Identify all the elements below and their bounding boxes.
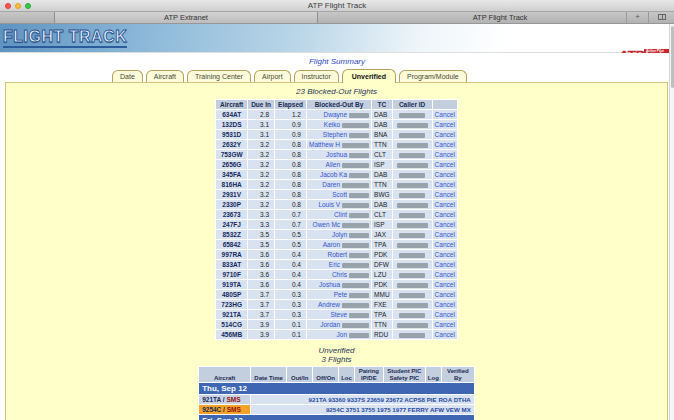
browser-tab-flight-track[interactable]: ATP Flight Track (360, 12, 640, 23)
app-banner: FLIGHT TRACK ✈ Date... ▲▼ Aircraft... ▲▼… (0, 24, 674, 53)
cancel-link[interactable]: Cancel (435, 131, 455, 138)
cancel-link[interactable]: Cancel (435, 111, 455, 118)
blocked-by-link[interactable]: Jolyn (332, 231, 347, 238)
training-center-code: DAB (372, 170, 393, 180)
redaction-blur (397, 303, 428, 308)
training-center-code: DAB (372, 200, 393, 210)
tab-instructor[interactable]: Instructor (294, 70, 339, 82)
redaction-blur (349, 153, 369, 158)
cancel-link[interactable]: Cancel (435, 261, 455, 268)
day-band-label: Fri, Sep 13 (199, 415, 475, 420)
browser-window: ATP Flight Track ATP Extranet ATP Flight… (0, 0, 674, 420)
tab-airport[interactable]: Airport (254, 70, 291, 82)
cancel-link[interactable]: Cancel (435, 121, 455, 128)
scrollbar[interactable] (669, 24, 674, 420)
cancel-link[interactable]: Cancel (435, 331, 455, 338)
tab-grid-icon (658, 14, 666, 20)
tab-aircraft[interactable]: Aircraft (146, 70, 184, 82)
elapsed-value: 0.8 (275, 140, 307, 150)
flight-aircraft-cell[interactable]: 9254C / SMS (199, 405, 251, 415)
blocked-by-link[interactable]: Jacob Ka (320, 171, 347, 178)
blocked-by-link[interactable]: Clint (334, 211, 347, 218)
redaction-blur (397, 243, 428, 248)
blocked-out-by-cell: Jacob Ka (306, 170, 371, 180)
caller-id-cell (392, 270, 432, 280)
redaction-blur (399, 153, 425, 158)
zoom-window-icon[interactable] (25, 3, 31, 9)
blocked-row: 2330P3.20.8Louis VDABCancel (216, 200, 458, 210)
blocked-by-link[interactable]: Robert (328, 251, 348, 258)
blocked-by-link[interactable]: Pete (334, 291, 347, 298)
aircraft-tail: 833AT (216, 260, 248, 270)
cancel-link[interactable]: Cancel (435, 211, 455, 218)
caller-id-cell (392, 120, 432, 130)
tab-overview-button[interactable] (648, 12, 674, 23)
blocked-by-link[interactable]: Stephen (323, 131, 347, 138)
section-tabs: DateAircraftTraining CenterAirportInstru… (0, 67, 674, 82)
unverified-column-header: Verified By (441, 367, 474, 383)
blocked-by-link[interactable]: Daren (322, 181, 340, 188)
cancel-link[interactable]: Cancel (435, 221, 455, 228)
cancel-link[interactable]: Cancel (435, 251, 455, 258)
training-center-code: ISP (372, 220, 393, 230)
minimize-window-icon[interactable] (15, 3, 21, 9)
blocked-by-link[interactable]: Eric (329, 261, 340, 268)
blocked-by-link[interactable]: Owen Mc (313, 221, 340, 228)
blocked-by-link[interactable]: Jon (337, 331, 347, 338)
cancel-link[interactable]: Cancel (435, 141, 455, 148)
caller-id-cell (392, 300, 432, 310)
tab-program-module[interactable]: Program/Module (399, 70, 467, 82)
cancel-link[interactable]: Cancel (435, 291, 455, 298)
blocked-out-by-cell: Louis V (306, 200, 371, 210)
window-title: ATP Flight Track (0, 0, 674, 12)
blocked-out-by-cell: Allen (306, 160, 371, 170)
blocked-by-link[interactable]: Andrew (318, 301, 340, 308)
cancel-link[interactable]: Cancel (435, 191, 455, 198)
blocked-by-link[interactable]: Scott (332, 191, 347, 198)
tab-date[interactable]: Date (112, 70, 143, 82)
cancel-link[interactable]: Cancel (435, 201, 455, 208)
blocked-by-link[interactable]: Louis V (318, 201, 340, 208)
cancel-link[interactable]: Cancel (435, 271, 455, 278)
training-center-code: TPA (372, 240, 393, 250)
new-tab-button[interactable]: + (626, 12, 648, 23)
flight-codes: 9254C 3751 3755 1975 1977 FERRY AFW VEW … (251, 405, 475, 415)
blocked-by-link[interactable]: Joshua (319, 281, 340, 288)
blocked-by-link[interactable]: Dwayne (324, 111, 347, 118)
cancel-link[interactable]: Cancel (435, 321, 455, 328)
blocked-by-link[interactable]: Aaron (323, 241, 340, 248)
tab-training-center[interactable]: Training Center (187, 70, 251, 82)
unverified-column-header: Pairing IP/DE (354, 367, 383, 383)
cancel-link[interactable]: Cancel (435, 171, 455, 178)
cancel-link[interactable]: Cancel (435, 161, 455, 168)
cancel-link[interactable]: Cancel (435, 241, 455, 248)
blocked-by-link[interactable]: Jordan (320, 321, 340, 328)
redaction-blur (397, 223, 428, 228)
cancel-link[interactable]: Cancel (435, 231, 455, 238)
caller-id-cell (392, 180, 432, 190)
blocked-by-link[interactable]: Joshua (326, 151, 347, 158)
blocked-by-link[interactable]: Keiko (324, 121, 340, 128)
blocked-out-by-cell: Robert (306, 250, 371, 260)
blocked-by-link[interactable]: Steve (330, 311, 347, 318)
aircraft-tail: 816HA (216, 180, 248, 190)
caller-id-cell (392, 330, 432, 340)
browser-tab-extranet[interactable]: ATP Extranet (54, 12, 318, 23)
blocked-by-link[interactable]: Allen (326, 161, 340, 168)
cancel-link[interactable]: Cancel (435, 151, 455, 158)
cancel-cell: Cancel (432, 220, 457, 230)
blocked-out-by-cell: Pete (306, 290, 371, 300)
due-in-value: 3.3 (248, 210, 275, 220)
flight-aircraft-cell[interactable]: 921TA / SMS (199, 395, 251, 405)
redaction-blur (397, 183, 428, 188)
unverified-column-header: Out/In (287, 367, 313, 383)
cancel-link[interactable]: Cancel (435, 281, 455, 288)
cancel-link[interactable]: Cancel (435, 301, 455, 308)
tab-unverified[interactable]: Unverified (342, 69, 396, 83)
due-in-value: 3.9 (248, 330, 275, 340)
cancel-link[interactable]: Cancel (435, 311, 455, 318)
close-window-icon[interactable] (5, 3, 11, 9)
blocked-by-link[interactable]: Matthew H (309, 141, 340, 148)
cancel-link[interactable]: Cancel (435, 181, 455, 188)
blocked-by-link[interactable]: Chris (332, 271, 347, 278)
